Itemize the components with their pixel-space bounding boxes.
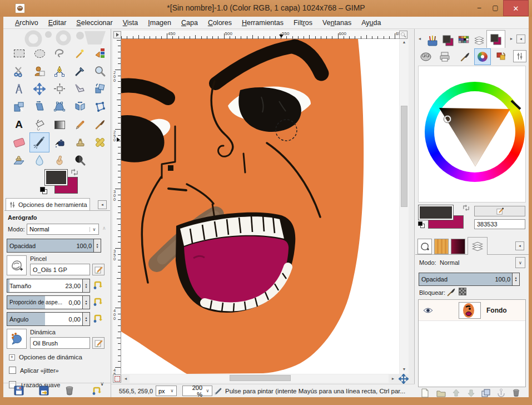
tool-align[interactable]	[51, 81, 68, 97]
canvas-vscrollbar[interactable]: ▲ ▼	[400, 39, 409, 374]
tab-fg-bg-colors[interactable]	[440, 32, 456, 49]
foreground-color-swatch[interactable]	[44, 169, 68, 186]
dynamics-name-field[interactable]: Oil Brush	[30, 337, 90, 349]
tool-perspective-clone[interactable]	[11, 152, 27, 169]
tool-rectangle-select[interactable]	[11, 45, 27, 62]
opacity-spinner[interactable]: ▴▾	[93, 239, 101, 252]
dock-tabs-left-icon[interactable]: ◄	[417, 37, 422, 41]
tool-zoom[interactable]	[92, 63, 108, 80]
tool-measure[interactable]	[11, 81, 27, 97]
tool-crop[interactable]	[72, 81, 88, 97]
tool-free-select[interactable]	[51, 45, 68, 62]
wheel-mode-selected[interactable]	[474, 48, 491, 65]
watercolor-mode-icon[interactable]	[460, 51, 471, 62]
swap-colors-big-icon[interactable]	[462, 204, 470, 212]
menu-herramientas[interactable]: Herramientas	[237, 18, 289, 28]
zoom-follow-window-icon[interactable]	[399, 31, 407, 39]
aspect-reset-icon[interactable]	[92, 297, 103, 307]
edit-dynamics-icon[interactable]	[92, 337, 105, 349]
zoom-dropdown[interactable]: 200 %∨	[182, 386, 212, 396]
tool-rotate[interactable]	[92, 81, 108, 97]
brush-preview-button[interactable]	[7, 255, 27, 275]
edit-brush-icon[interactable]	[92, 264, 105, 275]
menu-filtros[interactable]: Filtros	[289, 18, 317, 28]
options-scroll-up-icon[interactable]: ∧	[102, 225, 106, 231]
aspect-ratio-slider[interactable]: Proporción de aspe... 0,00 ▴▾	[7, 295, 90, 309]
tool-fuzzy-select[interactable]	[72, 45, 88, 62]
tool-select-by-color[interactable]	[92, 45, 108, 62]
tool-color-picker[interactable]	[72, 63, 88, 80]
tab-gradients[interactable]	[451, 239, 465, 254]
tool-options-tab[interactable]: Opciones de herramienta	[6, 198, 90, 211]
collapse-dock2-icon[interactable]: ◄	[515, 241, 524, 250]
tab-colors-active[interactable]	[486, 30, 505, 48]
horizontal-ruler[interactable]: 450500550600650	[121, 31, 399, 39]
tool-bucket-fill[interactable]	[31, 116, 48, 133]
tool-airbrush-selected[interactable]	[29, 132, 49, 152]
title-bar[interactable]: *[Sin nombre]-1.0 (Color RGB, 1 capa) 10…	[0, 0, 532, 17]
jitter-checkbox[interactable]	[9, 367, 16, 374]
anchor-layer-icon[interactable]	[497, 388, 505, 397]
tool-paintbrush[interactable]	[92, 116, 108, 133]
scales-mode-icon[interactable]	[513, 50, 526, 62]
layer-opacity-spinner[interactable]: ▴▾	[512, 273, 519, 285]
new-layer-icon[interactable]	[421, 388, 429, 398]
foreground-color-big-swatch[interactable]	[418, 205, 454, 220]
tool-eraser[interactable]	[11, 134, 27, 151]
hscroll-thumb[interactable]	[230, 375, 291, 381]
maximize-button[interactable]: ▢	[488, 2, 503, 14]
menu-ventanas[interactable]: Ventanas	[317, 18, 356, 28]
tool-move[interactable]	[31, 81, 48, 97]
hex-color-field[interactable]: 383533	[474, 219, 525, 229]
layer-mode-dropdown-icon[interactable]: ∨	[515, 257, 525, 268]
delete-options-icon[interactable]	[64, 386, 74, 396]
tool-pencil[interactable]	[72, 116, 88, 133]
close-button[interactable]: ✕	[503, 0, 529, 16]
raise-layer-icon[interactable]	[452, 389, 460, 397]
pick-color-button[interactable]	[474, 206, 525, 216]
dock-tabs-right-icon[interactable]: ►	[509, 37, 514, 41]
tool-paths[interactable]	[51, 63, 68, 80]
menu-colores[interactable]: Colores	[203, 18, 237, 28]
sv-triangle[interactable]	[425, 82, 525, 182]
dynamics-expander-icon[interactable]: +	[9, 354, 15, 360]
angle-spinner[interactable]: ▴▾	[82, 313, 90, 325]
restore-options-icon[interactable]	[38, 386, 49, 396]
layer-visible-icon[interactable]	[423, 307, 433, 314]
tool-heal[interactable]	[92, 134, 108, 151]
tool-clone[interactable]	[72, 134, 88, 151]
minimize-button[interactable]: –	[471, 2, 487, 14]
gimp-color-mode-icon[interactable]	[420, 52, 432, 61]
tab-brushes-stack[interactable]	[471, 32, 488, 49]
unit-dropdown[interactable]: px∨	[156, 386, 177, 396]
mode-dropdown[interactable]: Normal∨	[27, 224, 99, 235]
menu-imagen[interactable]: Imagen	[143, 18, 176, 28]
new-group-icon[interactable]	[436, 389, 446, 397]
size-reset-icon[interactable]	[92, 280, 103, 290]
navigation-icon[interactable]	[399, 374, 409, 384]
tab-tool-options-dock[interactable]	[424, 32, 441, 49]
duplicate-layer-icon[interactable]	[481, 389, 491, 397]
vscroll-down-icon[interactable]: ▼	[400, 367, 409, 371]
tool-text[interactable]: A	[11, 116, 27, 133]
hscroll-left-icon[interactable]: ◄	[122, 377, 129, 381]
angle-slider[interactable]: Ángulo 0,00 ▴▾	[7, 312, 90, 326]
size-spinner[interactable]: ▴▾	[82, 279, 90, 292]
tool-scale[interactable]	[11, 98, 27, 115]
tab-palette[interactable]	[455, 32, 472, 49]
swap-colors-icon[interactable]	[70, 168, 79, 176]
menu-editar[interactable]: Editar	[43, 18, 72, 28]
tool-smudge[interactable]	[51, 152, 68, 169]
opacity-slider[interactable]: Opacidad 100,0 ▴▾	[7, 239, 101, 253]
save-options-icon[interactable]	[13, 386, 24, 396]
quick-mask-icon[interactable]	[113, 374, 121, 383]
tool-ellipse-select[interactable]	[31, 45, 48, 62]
tool-cage-transform[interactable]	[92, 98, 108, 115]
canvas-menu-icon[interactable]	[113, 31, 121, 38]
canvas-hscrollbar[interactable]	[130, 374, 389, 383]
tool-perspective[interactable]	[51, 98, 68, 115]
palette-mode-icon[interactable]	[496, 51, 507, 62]
menu-vista[interactable]: Vista	[118, 18, 143, 28]
lock-pixels-icon[interactable]	[446, 287, 456, 297]
tab-patterns[interactable]	[434, 239, 449, 254]
